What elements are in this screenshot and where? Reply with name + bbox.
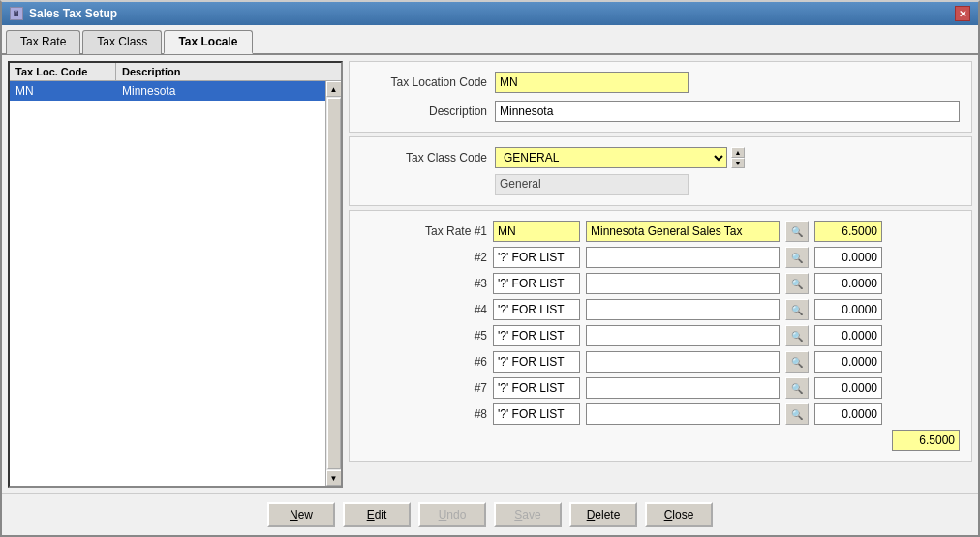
tax-rate-code-input-3[interactable]	[493, 273, 580, 294]
tax-class-code-row: Tax Class Code GENERAL ▲ ▼	[361, 147, 960, 168]
lookup-button-2[interactable]: 🔍	[785, 247, 809, 268]
tax-rate-label-3: #3	[361, 277, 487, 290]
tab-tax-locale[interactable]: Tax Locale	[164, 30, 252, 54]
tax-rate-code-input-8[interactable]	[493, 403, 580, 425]
col-header-code: Tax Loc. Code	[10, 63, 116, 80]
tax-class-form-section: Tax Class Code GENERAL ▲ ▼ General	[349, 136, 972, 206]
tax-class-select-group: GENERAL ▲ ▼	[495, 147, 745, 168]
total-row	[361, 430, 960, 451]
tax-rate-label-2: #2	[361, 251, 487, 264]
description-row: Description	[361, 101, 960, 122]
tax-rate-label-4: #4	[361, 303, 487, 316]
spin-down-arrow[interactable]: ▼	[731, 158, 745, 168]
row-code: MN	[10, 81, 116, 101]
tax-rate-code-input-5[interactable]	[493, 325, 580, 346]
tax-rate-row-8: #8🔍	[361, 403, 960, 425]
lookup-button-6[interactable]: 🔍	[785, 351, 809, 373]
edit-button[interactable]: Edit	[343, 502, 411, 527]
tax-rate-desc-input-7[interactable]	[586, 377, 780, 399]
main-window: 🖩 Sales Tax Setup ✕ Tax Rate Tax Class T…	[0, 0, 980, 537]
lookup-button-7[interactable]: 🔍	[785, 377, 809, 399]
close-button[interactable]: Close	[645, 502, 713, 527]
tax-rate-desc-input-8[interactable]	[586, 403, 780, 425]
main-content: Tax Loc. Code Description MN Minnesota ▲…	[2, 55, 978, 493]
list-row[interactable]: MN Minnesota	[10, 81, 325, 101]
right-form-panel: Tax Location Code Description Tax Class …	[349, 61, 972, 488]
tax-rate-value-input-1[interactable]	[814, 221, 882, 242]
tab-tax-locale-label: Tax Locale	[178, 35, 237, 48]
scroll-thumb[interactable]	[327, 98, 341, 469]
save-button[interactable]: Save	[494, 502, 562, 527]
delete-button-label: Delete	[587, 508, 621, 522]
tax-rate-row-7: #7🔍	[361, 377, 960, 399]
tax-rate-row-2: #2🔍	[361, 247, 960, 268]
col-header-desc: Description	[116, 63, 341, 80]
total-value-display	[892, 430, 960, 451]
tax-rate-value-input-7[interactable]	[814, 377, 882, 399]
tax-rate-desc-input-1[interactable]	[586, 221, 780, 242]
tax-rate-label-1: Tax Rate #1	[361, 224, 487, 238]
tax-rate-desc-input-3[interactable]	[586, 273, 780, 294]
scroll-down-arrow[interactable]: ▼	[326, 470, 342, 486]
tax-rates-section: Tax Rate #1🔍#2🔍#3🔍#4🔍#5🔍#6🔍#7🔍#8🔍	[349, 210, 972, 462]
tax-location-code-label: Tax Location Code	[361, 75, 487, 89]
lookup-button-4[interactable]: 🔍	[785, 299, 809, 320]
list-with-scroll: MN Minnesota ▲ ▼	[10, 81, 341, 486]
button-bar: New Edit Undo Save Delete Close	[2, 493, 978, 535]
scrollbar[interactable]: ▲ ▼	[325, 81, 341, 486]
tax-rate-code-input-1[interactable]	[493, 221, 580, 242]
delete-button[interactable]: Delete	[569, 502, 637, 527]
tax-rates-container: Tax Rate #1🔍#2🔍#3🔍#4🔍#5🔍#6🔍#7🔍#8🔍	[361, 221, 960, 425]
spin-up-arrow[interactable]: ▲	[731, 147, 745, 158]
tax-rate-value-input-5[interactable]	[814, 325, 882, 346]
window-icon: 🖩	[10, 7, 23, 20]
description-input[interactable]	[495, 101, 960, 122]
close-window-button[interactable]: ✕	[955, 6, 970, 21]
tab-bar: Tax Rate Tax Class Tax Locale	[2, 25, 978, 55]
tab-tax-class[interactable]: Tax Class	[82, 30, 162, 54]
tax-class-desc-display: General	[495, 174, 689, 195]
window-title: Sales Tax Setup	[29, 7, 117, 20]
tax-rate-row-6: #6🔍	[361, 351, 960, 373]
tax-location-code-row: Tax Location Code	[361, 72, 960, 93]
tax-class-select[interactable]: GENERAL	[495, 147, 727, 168]
lookup-button-5[interactable]: 🔍	[785, 325, 809, 346]
tax-rate-value-input-2[interactable]	[814, 247, 882, 268]
new-button-label: New	[290, 508, 313, 522]
tax-class-desc-row: General	[361, 174, 960, 195]
tab-tax-rate[interactable]: Tax Rate	[6, 30, 80, 54]
tax-rate-desc-input-2[interactable]	[586, 247, 780, 268]
tax-rate-row-4: #4🔍	[361, 299, 960, 320]
tax-rate-code-input-7[interactable]	[493, 377, 580, 399]
tax-class-code-label: Tax Class Code	[361, 151, 487, 164]
tax-rate-row-1: Tax Rate #1🔍	[361, 221, 960, 242]
tax-rate-value-input-8[interactable]	[814, 403, 882, 425]
tax-rate-value-input-3[interactable]	[814, 273, 882, 294]
save-button-label: Save	[514, 508, 540, 522]
scroll-up-arrow[interactable]: ▲	[326, 81, 342, 97]
tax-rate-value-input-6[interactable]	[814, 351, 882, 373]
tax-rate-desc-input-5[interactable]	[586, 325, 780, 346]
tax-rate-desc-input-4[interactable]	[586, 299, 780, 320]
tab-tax-class-label: Tax Class	[97, 35, 147, 48]
edit-button-label: Edit	[367, 508, 387, 522]
tax-rate-desc-input-6[interactable]	[586, 351, 780, 373]
tax-rate-code-input-4[interactable]	[493, 299, 580, 320]
tax-rate-code-input-6[interactable]	[493, 351, 580, 373]
lookup-button-1[interactable]: 🔍	[785, 221, 809, 242]
tax-rate-label-6: #6	[361, 355, 487, 369]
undo-button[interactable]: Undo	[418, 502, 486, 527]
tax-rate-row-3: #3🔍	[361, 273, 960, 294]
tax-rate-code-input-2[interactable]	[493, 247, 580, 268]
title-bar-left: 🖩 Sales Tax Setup	[10, 7, 117, 20]
tax-rate-label-8: #8	[361, 407, 487, 421]
close-button-label: Close	[664, 508, 694, 522]
tax-rate-value-input-4[interactable]	[814, 299, 882, 320]
location-form-section: Tax Location Code Description	[349, 61, 972, 133]
lookup-button-3[interactable]: 🔍	[785, 273, 809, 294]
new-button[interactable]: New	[267, 502, 335, 527]
tax-rate-label-7: #7	[361, 381, 487, 395]
tax-class-spinner[interactable]: ▲ ▼	[731, 147, 745, 168]
tax-location-code-input[interactable]	[495, 72, 689, 93]
lookup-button-8[interactable]: 🔍	[785, 403, 809, 425]
